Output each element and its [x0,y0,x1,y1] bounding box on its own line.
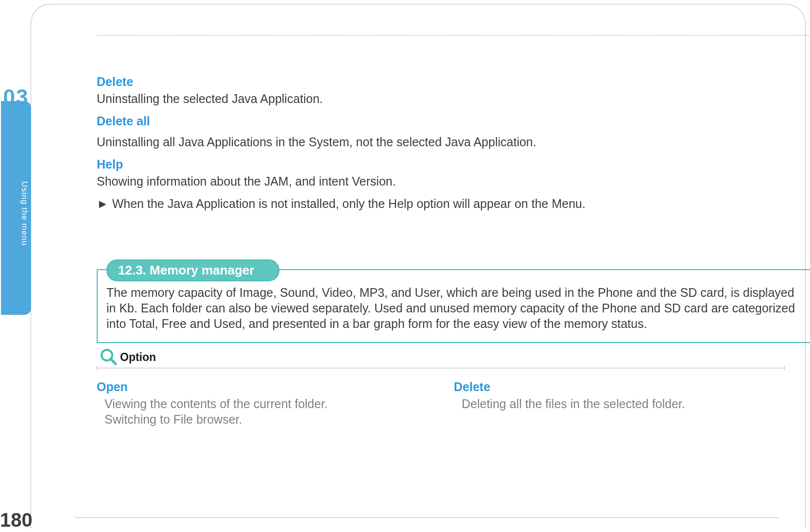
header-dotted-rule [97,35,810,36]
side-tab: 03 Using the menu [1,94,31,317]
main-content: Delete Uninstalling the selected Java Ap… [97,75,810,427]
body-help: Showing information about the JAM, and i… [97,173,810,189]
page-number: 180 [0,509,33,531]
option-open-desc: Viewing the contents of the current fold… [97,396,454,427]
option-delete-column: Delete Deleting all the files in the sel… [454,380,810,427]
option-delete-desc: Deleting all the files in the selected f… [454,396,810,412]
option-header-row: Option [97,347,810,368]
memory-manager-heading: 12.3. Memory manager [106,259,279,281]
heading-help: Help [97,157,810,172]
heading-delete-all: Delete all [97,114,810,128]
side-tab-background: Using the menu [1,101,31,315]
option-label: Option [120,351,156,364]
svg-line-1 [111,359,116,364]
option-delete-title: Delete [454,380,810,394]
option-open-column: Open Viewing the contents of the current… [97,380,454,427]
magnifier-icon [100,348,117,365]
memory-manager-body: The memory capacity of Image, Sound, Vid… [106,285,801,331]
option-delete-line1: Deleting all the files in the selected f… [462,397,685,411]
option-open-line1: Viewing the contents of the current fold… [104,397,328,411]
option-open-title: Open [97,380,454,394]
options-grid: Open Viewing the contents of the current… [97,380,810,427]
option-rule-tick-left [97,366,97,370]
chapter-number: 03 [1,85,31,109]
heading-delete: Delete [97,75,810,89]
body-delete: Uninstalling the selected Java Applicati… [97,91,810,106]
footer-rule [75,517,779,518]
body-delete-all: Uninstalling all Java Applications in th… [97,134,810,150]
side-tab-label: Using the menu [19,181,29,246]
note-text: ► When the Java Application is not insta… [97,197,810,211]
page-frame: Delete Uninstalling the selected Java Ap… [31,4,806,529]
option-rule [97,368,785,368]
option-open-line2: Switching to File browser. [104,412,242,426]
memory-manager-box: 12.3. Memory manager The memory capacity… [97,269,810,343]
option-rule-tick-right [784,366,785,370]
